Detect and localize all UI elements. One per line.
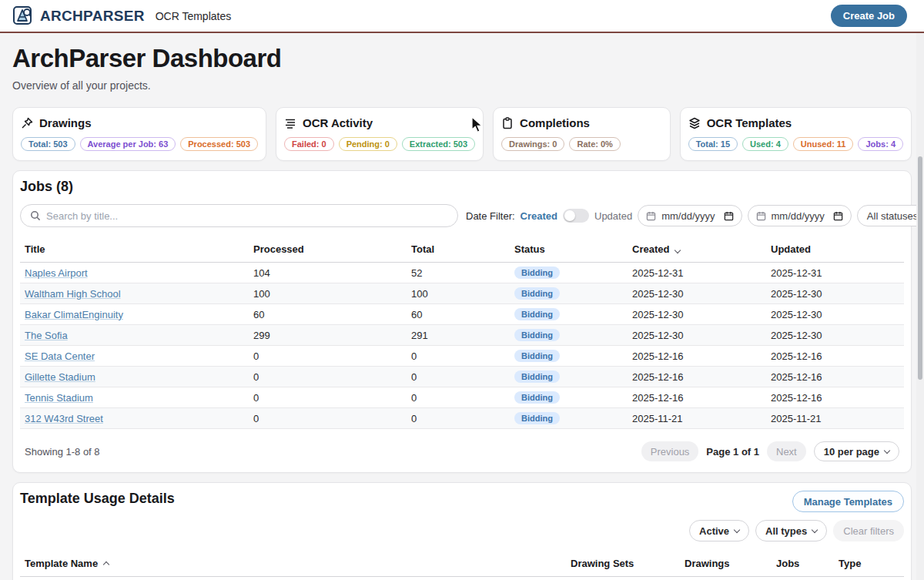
- card-title: OCR Activity: [303, 116, 373, 129]
- search-input-wrapper: [20, 204, 458, 227]
- page-title: ArchParser Dashboard: [12, 44, 912, 73]
- status-badge: Bidding: [514, 391, 560, 404]
- job-title-link[interactable]: The Sofia: [25, 330, 68, 341]
- date-from-value: mm/dd/yyyy: [661, 210, 715, 222]
- active-filter-value: Active: [699, 525, 729, 537]
- app-logo[interactable]: ARCHPARSER: [12, 5, 145, 27]
- processed-cell: 0: [249, 408, 407, 429]
- sort-asc-icon: [103, 562, 109, 568]
- job-title-link[interactable]: Bakar ClimatEnginuity: [25, 309, 123, 320]
- jobs-table-footer: Showing 1-8 of 8 Previous Page 1 of 1 Ne…: [20, 441, 904, 464]
- created-cell: 2025-12-31: [628, 263, 766, 283]
- processed-cell: 0: [249, 346, 407, 367]
- job-title-link[interactable]: 312 W43rd Street: [25, 413, 103, 424]
- column-header-title[interactable]: Title: [20, 240, 249, 263]
- date-filter-updated-option[interactable]: Updated: [594, 210, 632, 222]
- stat-badge: Average per Job: 63: [80, 137, 176, 151]
- page-subtitle: Overview of all your projects.: [12, 79, 912, 92]
- total-cell: 0: [407, 346, 510, 367]
- jobs-panel: Jobs (8) Date Filter: Created Updated: [12, 170, 912, 473]
- jobs-filter-row: Date Filter: Created Updated mm/dd/yyyy: [20, 204, 904, 227]
- date-picker-icon[interactable]: [833, 211, 843, 221]
- job-title-link[interactable]: Waltham High School: [25, 288, 121, 300]
- card-title: Drawings: [39, 116, 92, 129]
- column-header-total[interactable]: Total: [407, 240, 510, 263]
- create-job-button[interactable]: Create Job: [831, 5, 907, 27]
- job-title-link[interactable]: SE Data Center: [25, 350, 95, 362]
- total-cell: 0: [407, 408, 510, 429]
- table-row: The Sofia 299 291 Bidding 2025-12-30 202…: [20, 325, 904, 346]
- jobs-section-title: Jobs (8): [20, 179, 904, 195]
- stat-badge: Unused: 11: [793, 137, 854, 151]
- drawing-sets-cell: 0: [566, 577, 680, 580]
- updated-cell: 2025-12-30: [766, 325, 904, 346]
- jobs-cell: 0: [772, 577, 834, 580]
- previous-page-button[interactable]: Previous: [641, 441, 699, 461]
- stat-card-completions: Completions Drawings: 0 Rate: 0%: [493, 107, 671, 161]
- card-title: OCR Templates: [707, 116, 792, 129]
- stat-badge: Processed: 503: [180, 137, 258, 151]
- per-page-dropdown[interactable]: 10 per page: [814, 441, 899, 461]
- search-icon: [30, 210, 41, 221]
- status-badge: Bidding: [514, 308, 560, 320]
- job-title-link[interactable]: Gillette Stadium: [25, 371, 95, 383]
- column-header-status[interactable]: Status: [510, 240, 628, 263]
- clear-filters-button[interactable]: Clear filters: [833, 520, 904, 541]
- drawings-cell: 0: [680, 577, 772, 580]
- scrollbar-thumb[interactable]: [918, 156, 922, 380]
- templates-filter-row: Active All types Clear filters: [20, 520, 904, 541]
- date-to-value: mm/dd/yyyy: [772, 210, 825, 222]
- templates-table-header-row: Template Name Drawing Sets Drawings Jobs…: [20, 554, 904, 577]
- showing-label: Showing 1-8 of 8: [25, 446, 100, 458]
- date-filter-toggle[interactable]: [563, 209, 589, 223]
- next-page-button[interactable]: Next: [767, 441, 806, 461]
- processed-cell: 0: [249, 387, 407, 408]
- processed-cell: 0: [249, 367, 407, 387]
- scrollbar[interactable]: [916, 33, 924, 580]
- stat-badge: Total: 15: [688, 137, 738, 151]
- updated-cell: 2025-12-30: [766, 304, 904, 325]
- pagination: Previous Page 1 of 1 Next 10 per page: [641, 441, 899, 461]
- job-title-link[interactable]: Tennis Stadium: [25, 392, 93, 404]
- templates-table: Template Name Drawing Sets Drawings Jobs…: [20, 554, 904, 580]
- table-row: Tennis Stadium 0 0 Bidding 2025-12-16 20…: [20, 387, 904, 408]
- date-picker-icon[interactable]: [724, 211, 734, 221]
- nav-ocr-templates[interactable]: OCR Templates: [156, 10, 232, 22]
- stat-badge: Extracted: 503: [402, 137, 475, 151]
- date-from-input[interactable]: mm/dd/yyyy: [638, 205, 742, 226]
- column-header-processed[interactable]: Processed: [249, 240, 407, 263]
- column-header-drawings[interactable]: Drawings: [680, 554, 772, 577]
- types-filter-dropdown[interactable]: All types: [755, 520, 827, 541]
- statuses-dropdown[interactable]: All statuses: [857, 205, 924, 226]
- stat-cards-row: Drawings Total: 503 Average per Job: 63 …: [12, 107, 912, 161]
- total-cell: 0: [407, 367, 510, 387]
- column-header-jobs[interactable]: Jobs: [772, 554, 834, 577]
- column-header-type[interactable]: Type: [834, 554, 904, 577]
- column-header-drawing-sets[interactable]: Drawing Sets: [566, 554, 680, 577]
- total-cell: 52: [407, 263, 510, 283]
- date-filter-created-option[interactable]: Created: [521, 210, 557, 222]
- sort-desc-icon: [675, 247, 681, 253]
- search-input[interactable]: [46, 210, 448, 222]
- table-row: 312 W43rd Street 0 0 Bidding 2025-11-21 …: [20, 408, 904, 429]
- active-filter-dropdown[interactable]: Active: [689, 520, 749, 541]
- status-badge: Bidding: [514, 370, 560, 383]
- stat-badge: Rate: 0%: [569, 137, 620, 151]
- jobs-table-header-row: Title Processed Total Status Created Upd…: [20, 240, 904, 263]
- column-header-template-name[interactable]: Template Name: [20, 554, 566, 577]
- processed-cell: 100: [249, 283, 407, 304]
- column-header-updated[interactable]: Updated: [766, 240, 904, 263]
- calendar-icon: [756, 211, 766, 221]
- stat-badge: Total: 503: [21, 137, 75, 151]
- total-cell: 60: [407, 304, 510, 325]
- chevron-down-icon: [734, 526, 740, 532]
- manage-templates-button[interactable]: Manage Templates: [792, 491, 904, 512]
- archparser-logo-icon: [12, 5, 34, 27]
- updated-cell: 2025-12-30: [766, 283, 904, 304]
- stat-card-ocr-templates: OCR Templates Total: 15 Used: 4 Unused: …: [680, 107, 912, 161]
- updated-cell: 2025-11-21: [766, 408, 904, 429]
- column-header-created[interactable]: Created: [628, 240, 766, 263]
- date-to-input[interactable]: mm/dd/yyyy: [748, 205, 852, 226]
- job-title-link[interactable]: Naples Airport: [25, 267, 88, 279]
- created-cell: 2025-11-21: [628, 408, 766, 429]
